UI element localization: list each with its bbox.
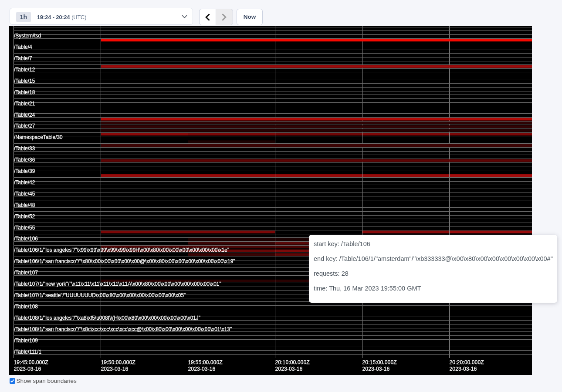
svg-text:/Table/108/1/"san francisco"/": /Table/108/1/"san francisco"/"\x8c\xcc\x…: [14, 326, 232, 332]
svg-text:/Table/4: /Table/4: [14, 44, 32, 50]
svg-text:/Table/52: /Table/52: [14, 213, 35, 220]
svg-text:2023-03-16: 2023-03-16: [14, 366, 41, 372]
svg-text:/Table/108/1/"los angeles"/"\x: /Table/108/1/"los angeles"/"\xa8\xf5\u00…: [14, 315, 200, 321]
svg-text:2023-03-16: 2023-03-16: [188, 366, 216, 372]
svg-text:/Table/107/1/"seattle"/"UUUUUU: /Table/107/1/"seattle"/"UUUUUUUD\x00\x80…: [14, 292, 186, 298]
svg-text:2023-03-16: 2023-03-16: [450, 366, 477, 372]
svg-text:/Table/39: /Table/39: [14, 168, 35, 174]
svg-text:/Table/15: /Table/15: [14, 78, 35, 84]
svg-text:/Table/106/1/"los angeles"/"\x: /Table/106/1/"los angeles"/"\x99\x99\x99…: [14, 247, 229, 253]
svg-text:/Table/107: /Table/107: [14, 270, 38, 276]
svg-text:/Table/45: /Table/45: [14, 191, 35, 197]
svg-text:20:10:00.000Z: 20:10:00.000Z: [275, 359, 310, 365]
svg-text:/Table/27: /Table/27: [14, 123, 35, 129]
svg-text:19:45:00.000Z: 19:45:00.000Z: [14, 359, 49, 365]
svg-text:/Table/18: /Table/18: [14, 89, 35, 95]
svg-text:/Table/36: /Table/36: [14, 157, 35, 163]
svg-text:2023-03-16: 2023-03-16: [101, 366, 129, 372]
svg-text:/Table/111/1: /Table/111/1: [14, 349, 41, 355]
svg-text:/Table/12: /Table/12: [14, 67, 35, 73]
svg-text:/Table/106: /Table/106: [14, 236, 38, 242]
svg-text:/Table/33: /Table/33: [14, 145, 35, 152]
svg-text:/NamespaceTable/30: /NamespaceTable/30: [14, 134, 63, 140]
svg-text:/Table/24: /Table/24: [14, 112, 35, 118]
svg-text:20:20:00.000Z: 20:20:00.000Z: [450, 359, 484, 365]
svg-text:/Table/109: /Table/109: [14, 338, 38, 344]
svg-text:2023-03-16: 2023-03-16: [362, 366, 390, 372]
svg-text:/Table/107/1/"new york"/"\x11\: /Table/107/1/"new york"/"\x11\x11\x11\x1…: [14, 281, 221, 287]
svg-text:/Table/42: /Table/42: [14, 179, 35, 186]
svg-text:/Table/55: /Table/55: [14, 225, 35, 231]
svg-text:/Table/48: /Table/48: [14, 202, 35, 208]
svg-text:19:55:00.000Z: 19:55:00.000Z: [188, 359, 223, 365]
svg-text:20:15:00.000Z: 20:15:00.000Z: [362, 359, 397, 365]
svg-text:/Table/106/1/"san francisco"/": /Table/106/1/"san francisco"/"\x80\x00\x…: [14, 258, 235, 264]
svg-text:19:50:00.000Z: 19:50:00.000Z: [101, 359, 136, 365]
svg-text:/Table/108: /Table/108: [14, 304, 38, 310]
svg-text:2023-03-16: 2023-03-16: [275, 366, 303, 372]
svg-text:/Table/21: /Table/21: [14, 101, 35, 107]
svg-text:/Table/7: /Table/7: [14, 55, 32, 61]
svg-text:/System/tsd: /System/tsd: [14, 33, 41, 39]
